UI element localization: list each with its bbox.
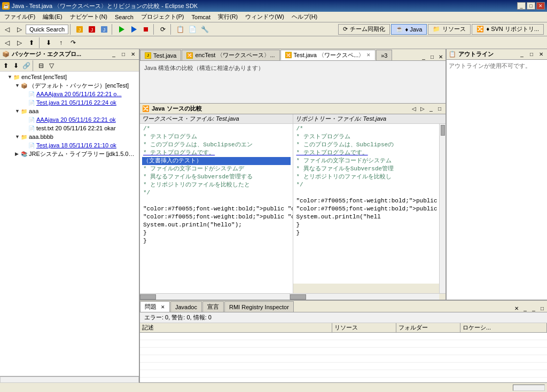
tree-item-testjava2[interactable]: 📄 Test.java 18 05/11/16 21:10 ok	[0, 141, 139, 150]
svg-marker-7	[131, 26, 137, 33]
bottom-tab-javadoc[interactable]: Javadoc	[170, 301, 202, 312]
left-toolbar-btn3[interactable]: 🔗	[21, 61, 31, 70]
outline-close[interactable]: ✕	[537, 51, 545, 58]
tree-item-aaa[interactable]: ▼ 📁 aaa	[0, 107, 139, 115]
perspective-java-button[interactable]: ☕ ♦ Java	[391, 24, 427, 35]
tab-close-3[interactable]: ✕	[366, 52, 371, 58]
toolbar-back-button[interactable]: ◁	[1, 23, 13, 35]
table-row-empty-6	[140, 370, 547, 378]
minimize-button[interactable]: _	[517, 2, 526, 10]
right-area: J Test.java 🔀 encTest 〈ワークスペース〉... 🔀 Tes…	[140, 49, 547, 382]
editor-maximize-btn[interactable]: □	[428, 53, 436, 60]
toolbar2-btn1[interactable]: ◁	[1, 37, 13, 49]
close-button[interactable]: ✕	[536, 2, 545, 10]
col-header-description[interactable]: 記述	[140, 323, 332, 332]
menu-search[interactable]: Search	[112, 13, 137, 21]
diff-line: */	[295, 181, 437, 189]
left-panel-hscroll[interactable]	[0, 376, 139, 382]
tab-enctest[interactable]: 🔀 encTest 〈ワークスペース〉...	[182, 50, 279, 60]
tree-item-aaaajava[interactable]: 📄 AAAAjava 20 05/11/16 22:21 o...	[0, 90, 139, 98]
toolbar-stop-btn[interactable]	[140, 23, 152, 35]
toolbar-run-btn[interactable]	[115, 23, 127, 35]
perspective-sync-button[interactable]: ⟳ チーム同期化	[338, 24, 390, 35]
bottom-panel-minimize[interactable]: _	[530, 304, 537, 312]
editor-close-btn[interactable]: ✕	[437, 53, 444, 60]
tree-arrow-jre: ▶	[15, 151, 20, 156]
left-panel-minimize[interactable]: _	[110, 51, 118, 58]
menu-file[interactable]: ファイル(F)	[1, 12, 38, 22]
diff-left-hscroll[interactable]	[140, 294, 290, 300]
diff-line: }	[142, 229, 291, 237]
col-header-folder[interactable]: フォルダー	[396, 323, 460, 332]
quick-search-button[interactable]: Quick Search	[26, 25, 68, 34]
tree-item-enctest[interactable]: ▼ 📁 encTest [encTest]	[0, 73, 139, 81]
tree-label-testtxt: test.txt 20 05/11/16 22:21 okar	[35, 125, 116, 131]
col-header-resource[interactable]: リソース	[332, 323, 396, 332]
left-hscroll-track[interactable]	[0, 377, 139, 383]
diff-scrollbar[interactable]	[439, 124, 446, 293]
tree-item-testtxt[interactable]: 📄 test.txt 20 05/11/16 22:21 okar	[0, 124, 139, 132]
perspective-svn-button[interactable]: 🔀 ♦ SVN リポジトリ...	[472, 24, 544, 35]
left-toolbar-btn1[interactable]: ⬆	[1, 61, 11, 70]
menu-tomcat[interactable]: Tomcat	[189, 13, 214, 21]
toolbar2-btn3[interactable]: ⬆	[26, 37, 37, 49]
menu-navigate[interactable]: ナビゲート(N)	[67, 12, 111, 22]
bottom-tab-minimize-btn[interactable]: _	[521, 304, 529, 312]
left-toolbar-filter[interactable]: ▽	[46, 61, 56, 70]
toolbar-btn1[interactable]: J	[74, 23, 85, 35]
editor-minimize-btn[interactable]: _	[420, 53, 427, 60]
toolbar-btn2[interactable]: J	[86, 23, 98, 35]
toolbar-btn-ext3[interactable]: 🔧	[199, 23, 210, 35]
diff-panel-btn2[interactable]: ▷	[419, 105, 426, 113]
tree-item-aaabbbb[interactable]: ▼ 📁 aaa.bbbb	[0, 132, 139, 141]
tab-testjava-workspace[interactable]: 🔀 Test.java 〈ワークスペ...〉 ✕	[280, 50, 376, 60]
tree-item-aaajava[interactable]: 📄 AAAjava 20 05/11/16 22:21 ok	[0, 115, 139, 124]
bottom-tab-close-btn[interactable]: ✕	[513, 304, 520, 312]
menu-run[interactable]: 実行(R)	[215, 12, 241, 22]
restore-button[interactable]: □	[527, 2, 535, 10]
toolbar-debug-btn[interactable]	[128, 23, 139, 35]
diff-left-content[interactable]: /* * テストプログラム * このプログラムは、Subclipseのエン * …	[140, 124, 293, 293]
outline-minimize[interactable]: _	[518, 51, 526, 58]
toolbar2-btn2[interactable]: ▷	[13, 37, 25, 49]
bottom-tab-declaration[interactable]: 宣言	[202, 301, 224, 312]
tree-item-testjava[interactable]: 📄 Test.java 21 05/11/16 22:24 ok	[0, 98, 139, 107]
menu-edit[interactable]: 編集(E)	[40, 12, 66, 22]
tree-item-jre[interactable]: ▶ 📚 JREシステム・ライブラリー [jdk1.5.0_03]	[0, 150, 139, 158]
diff-line: "color:#7f0055;font-weight:bold;">public…	[142, 205, 291, 213]
diff-panel-minimize[interactable]: _	[427, 105, 435, 113]
toolbar2-btn6[interactable]: ↷	[67, 37, 79, 49]
menu-window[interactable]: ウィンドウ(W)	[242, 12, 287, 22]
diff-panel-maximize[interactable]: □	[436, 105, 443, 113]
menu-help[interactable]: ヘルプ(H)	[288, 12, 321, 22]
perspective-resource-button[interactable]: 📁 リソース	[428, 24, 471, 35]
toolbar-btn3[interactable]: J	[98, 23, 110, 35]
tree-item-defaultpkg[interactable]: ▼ 📦 （デフォルト・パッケージ）[encTest]	[0, 81, 139, 90]
diff-right-content[interactable]: /* * テストプログラム * このプログラムは、Subclipseの * テス…	[293, 124, 440, 284]
toolbar-sync-btn[interactable]: ⟳	[157, 23, 169, 35]
tree-arrow-aaa: ▼	[15, 108, 20, 114]
declaration-tab-label: 宣言	[207, 303, 219, 311]
toolbar2-btn5[interactable]: ↑	[55, 37, 67, 49]
left-panel-close[interactable]: ✕	[129, 51, 137, 58]
col-header-location[interactable]: ロケーシ...	[460, 323, 547, 332]
left-toolbar-collapse[interactable]: ⊟	[36, 61, 46, 70]
toolbar-btn-ext2[interactable]: 📄	[186, 23, 198, 35]
tab-overflow[interactable]: »3	[376, 50, 392, 60]
problems-tab-close[interactable]: ✕	[161, 304, 165, 310]
bottom-tab-problems[interactable]: 問題 ✕	[140, 301, 170, 312]
bottom-panel-maximize[interactable]: □	[538, 304, 546, 312]
diff-right-hscroll[interactable]	[290, 294, 440, 300]
menu-project[interactable]: プロジェクト(P)	[138, 12, 187, 22]
left-toolbar-btn2[interactable]: ⬇	[11, 61, 21, 70]
bottom-tab-rmi[interactable]: RMI Registry Inspector	[224, 301, 294, 312]
left-panel-maximize[interactable]: □	[120, 51, 127, 58]
diff-panel-btn1[interactable]: ◁	[410, 105, 418, 113]
toolbar-forward-button[interactable]: ▷	[13, 23, 25, 35]
tab-testjava[interactable]: J Test.java	[140, 50, 181, 60]
toolbar-btn-ext1[interactable]: 📋	[174, 23, 186, 35]
tab-icon-3: 🔀	[285, 52, 292, 58]
outline-maximize[interactable]: □	[528, 51, 535, 58]
title-controls[interactable]: _ □ ✕	[517, 2, 545, 10]
toolbar2-btn4[interactable]: ⬇	[43, 37, 54, 49]
